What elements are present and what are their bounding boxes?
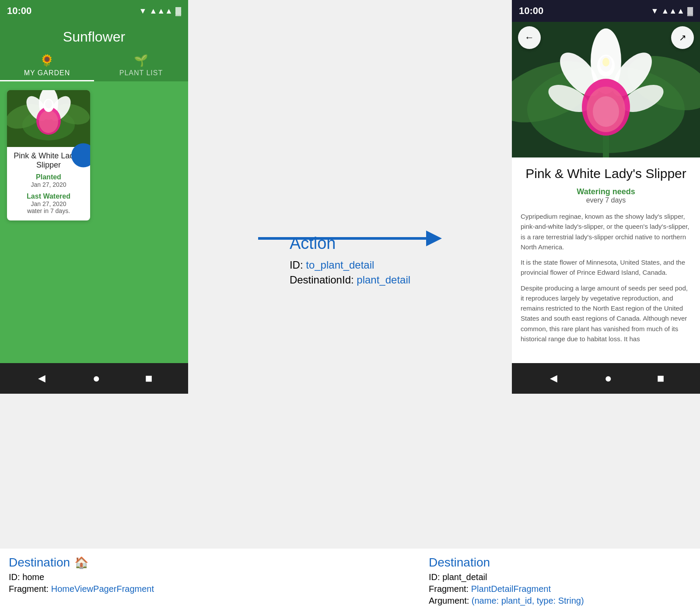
bottom-section: Destination 🏠 ID: home Fragment: HomeVie… [0,549,700,612]
water-info: water in 7 days. [12,207,85,214]
back-arrow-icon: ← [525,32,534,43]
right-wifi-icon: ▼ [651,7,659,16]
right-dest-fragment-label: Fragment: [429,584,469,594]
left-nav-bar: ◄ ● ■ [0,363,188,394]
right-dest-argument-row: Argument: (name: plant_id, type: String) [429,596,691,606]
left-phone: 10:00 ▼ ▲▲▲ ▓ Sunflower 🌻 MY GARDEN 🌱 PL… [0,0,188,394]
svg-point-8 [39,110,58,133]
action-dest-label: DestinationId: [290,274,354,286]
middle-area: Action ID: to_plant_detail DestinationId… [188,0,512,549]
action-id-row: ID: to_plant_detail [290,259,410,271]
right-battery-icon: ▓ [687,7,693,16]
left-dest-id-label: ID: [9,572,20,582]
plant-card[interactable]: Pink & White Lady's Slipper Planted Jan … [7,90,90,220]
tab-my-garden[interactable]: 🌻 MY GARDEN [0,49,94,81]
right-recents-button[interactable]: ■ [657,371,665,385]
svg-point-26 [602,58,609,66]
last-watered-label: Last Watered [12,192,85,200]
back-icon-circle[interactable]: ← [518,26,541,49]
left-status-bar: 10:00 ▼ ▲▲▲ ▓ [0,0,188,22]
svg-point-23 [593,96,619,127]
left-status-icons: ▼ ▲▲▲ ▓ [139,7,181,16]
home-button[interactable]: ● [93,371,100,385]
description-para-1: Cypripedium reginae, known as the showy … [521,211,691,252]
back-button[interactable]: ◄ [35,371,48,385]
watering-needs-label: Watering needs [521,187,691,196]
detail-content: Pink & White Lady's Slipper Watering nee… [512,157,700,363]
destination-panel-right: Destination ID: plant_detail Fragment: P… [420,556,700,608]
battery-icon: ▓ [175,7,181,16]
right-dest-id-row: ID: plant_detail [429,572,691,582]
my-garden-icon: 🌻 [40,54,54,67]
description-para-2: It is the state flower of Minnesota, Uni… [521,257,691,278]
right-dest-title: Destination [429,556,691,570]
watering-needs-value: every 7 days [521,196,691,204]
action-dest-row: DestinationId: plant_detail [290,274,410,286]
left-content: Pink & White Lady's Slipper Planted Jan … [0,81,188,363]
left-dest-id-row: ID: home [9,572,271,582]
svg-point-10 [45,100,52,108]
detail-plant-name: Pink & White Lady's Slipper [521,166,691,181]
right-nav-bar: ◄ ● ■ [512,363,700,394]
tab-my-garden-label: MY GARDEN [24,69,70,77]
planted-date: Jan 27, 2020 [12,181,85,188]
detail-image: ← ↗ [512,22,700,157]
right-dest-fragment-row: Fragment: PlantDetailFragment [429,584,691,594]
share-icon-circle[interactable]: ↗ [671,26,694,49]
tab-plant-list-label: PLANT LIST [119,69,163,77]
right-dest-title-text: Destination [429,556,490,570]
tabs: 🌻 MY GARDEN 🌱 PLANT LIST [0,49,188,81]
left-dest-id-value: home [22,572,44,582]
action-box: Action ID: to_plant_detail DestinationId… [290,234,410,289]
right-home-button[interactable]: ● [605,371,612,385]
destination-panel-left: Destination 🏠 ID: home Fragment: HomeVie… [0,556,280,608]
left-dest-fragment-value: HomeViewPagerFragment [51,584,154,594]
home-dest-icon: 🏠 [74,556,88,570]
planted-label: Planted [12,173,85,181]
left-dest-title: Destination 🏠 [9,556,271,570]
detail-toolbar: ← ↗ [512,22,700,53]
wifi-icon: ▼ [139,7,147,16]
bottom-spacer [280,556,420,608]
last-watered-date: Jan 27, 2020 [12,200,85,207]
signal-icon: ▲▲▲ [149,7,172,16]
recents-button[interactable]: ■ [145,371,153,385]
left-time: 10:00 [7,5,32,17]
right-dest-id-label: ID: [429,572,440,582]
right-status-bar: 10:00 ▼ ▲▲▲ ▓ [512,0,700,22]
right-dest-argument-value: (name: plant_id, type: String) [472,596,584,605]
right-status-icons: ▼ ▲▲▲ ▓ [651,7,693,16]
right-dest-fragment-value: PlantDetailFragment [471,584,551,594]
right-phone: 10:00 ▼ ▲▲▲ ▓ [512,0,700,394]
left-dest-title-text: Destination [9,556,70,570]
right-dest-id-value: plant_detail [442,572,487,582]
right-time: 10:00 [519,5,543,17]
plant-card-image [7,90,90,147]
action-dest-value: plant_detail [357,274,410,286]
left-dest-fragment-label: Fragment: [9,584,49,594]
tab-plant-list[interactable]: 🌱 PLANT LIST [94,49,188,81]
right-signal-icon: ▲▲▲ [661,7,684,16]
right-back-button[interactable]: ◄ [547,371,560,385]
app-title: Sunflower [0,22,188,49]
arrow-head [426,231,442,246]
description-para-3: Despite producing a large amount of seed… [521,283,691,344]
left-dest-fragment-row: Fragment: HomeViewPagerFragment [9,584,271,594]
action-id-value: to_plant_detail [306,259,374,271]
action-title: Action [290,234,410,253]
action-id-label: ID: [290,259,303,271]
share-icon: ↗ [679,32,686,43]
right-dest-argument-label: Argument: [429,596,469,605]
plant-list-icon: 🌱 [134,54,148,67]
